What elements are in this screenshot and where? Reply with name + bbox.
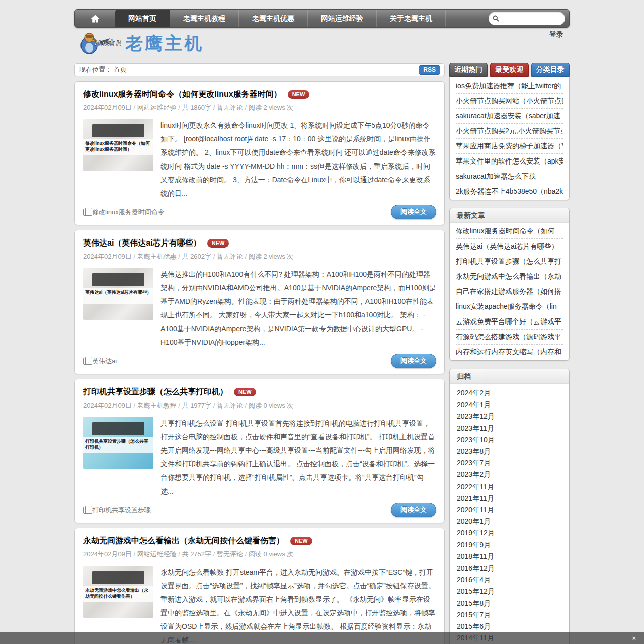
nav-tab-ops-experience[interactable]: 网站运维经验 — [308, 10, 377, 27]
article-excerpt: 英伟达推出的H100和A100有什么不同? 处理器架构：A100和H100是两种… — [160, 268, 436, 349]
archive-item[interactable]: 2021年11月 — [457, 493, 562, 504]
archive-item[interactable]: 2015年8月 — [457, 598, 562, 609]
read-more-button[interactable]: 阅读全文 — [391, 205, 436, 219]
archive-item[interactable]: 2024年2月 — [457, 387, 562, 399]
archive-item[interactable]: 2023年8月 — [457, 446, 562, 457]
close-icon[interactable]: × — [632, 634, 636, 642]
archive-item[interactable]: 2020年11月 — [457, 504, 562, 516]
latest-item[interactable]: 内存和运行内存英文缩写（内存和 — [456, 345, 563, 359]
article-title-link[interactable]: 修改linux服务器时间命令（如何更改linux服务器时间） — [83, 89, 282, 100]
archive-item[interactable]: 2023年10月 — [457, 434, 562, 446]
latest-item[interactable]: 修改linux服务器时间命令（如何 — [456, 224, 563, 239]
article-date: 2024年02月09日 — [83, 253, 137, 260]
latest-item[interactable]: 永劫无间游戏中怎么看输出（永劫 — [456, 269, 563, 284]
article-title-link[interactable]: 英伟达ai（英伟达ai芯片有哪些） — [83, 238, 201, 249]
archive-item[interactable]: 2016年12月 — [457, 562, 562, 574]
article-views: 阅读 2 views 次 — [249, 104, 294, 111]
article-wordcount: 共 2752字 — [182, 550, 217, 558]
hawk-mascot-logo[interactable]: Hawk Host — [78, 31, 121, 55]
archive-item[interactable]: 2019年12月 — [457, 527, 562, 539]
read-more-button[interactable]: 阅读全文 — [391, 354, 436, 368]
search-box[interactable] — [489, 12, 565, 25]
search-input[interactable] — [502, 15, 557, 22]
article-category-link[interactable]: 老鹰主机教程 — [137, 401, 182, 409]
archive-item[interactable]: 2023年2月 — [457, 469, 562, 480]
site-title[interactable]: 老鹰主机 — [125, 32, 204, 55]
archive-item[interactable]: 2015年12月 — [457, 586, 562, 597]
article-title-link[interactable]: 永劫无间游戏中怎么看输出（永劫无间按什么键看伤害） — [83, 536, 284, 546]
login-link[interactable]: 登录 — [549, 30, 564, 39]
tab-most-popular[interactable]: 最受欢迎 — [490, 63, 528, 77]
article-wordcount: 共 1977字 — [182, 401, 217, 409]
article-date: 2024年02月09日 — [83, 104, 137, 111]
article-comments-link[interactable]: 暂无评论 — [217, 253, 249, 260]
top-navbar: 网站首页 老鹰主机教程 老鹰主机优惠 网站运维经验 关于老鹰主机 — [74, 9, 570, 28]
tag-icon — [83, 209, 89, 216]
new-badge: NEW — [207, 239, 229, 248]
hot-item[interactable]: 苹果文件里的软件怎么安装（apk安 — [456, 154, 563, 169]
archive-item[interactable]: 2024年1月 — [457, 399, 562, 411]
breadcrumb-home-link[interactable]: 首页 — [114, 65, 127, 74]
hot-item[interactable]: 苹果应用商店免费的梯子加速器（苹 — [456, 139, 563, 154]
article-comments-link[interactable]: 暂无评论 — [217, 550, 249, 558]
thumbnail-caption: 打印机共享设置步骤（怎么共享打印机） — [83, 437, 153, 453]
nav-tab-about[interactable]: 关于老鹰主机 — [377, 10, 446, 27]
article-category-link[interactable]: 网站运维经验 — [137, 104, 182, 111]
article-card: 打印机共享设置步骤（怎么共享打印机） NEW 2024年02月09日老鹰主机教程… — [74, 379, 445, 523]
archive-item[interactable]: 2023年7月 — [457, 457, 562, 469]
article-thumbnail[interactable]: 修改linux服务器时间命令（如何更改linux服务器时间） — [83, 119, 153, 171]
latest-item[interactable]: linux安装apache服务器命令（lin — [456, 299, 563, 314]
archives-box: 归档 2024年2月 2024年1月 2023年12月 2023年11月 202… — [449, 369, 570, 644]
hot-item[interactable]: 2k服务器连不上4b538e50（nba2k — [456, 184, 563, 199]
archive-item[interactable]: 2023年12月 — [457, 411, 562, 422]
hot-item[interactable]: 小火箭节点购买网站（小火箭节点购 — [456, 94, 563, 109]
read-more-button[interactable]: 阅读全文 — [391, 503, 436, 517]
archive-item[interactable]: 2023年11月 — [457, 423, 562, 434]
archive-item[interactable]: 2015年7月 — [457, 609, 562, 621]
latest-item[interactable]: 云游戏免费平台哪个好（云游戏平 — [456, 314, 563, 330]
nav-home-tab[interactable] — [75, 10, 115, 27]
latest-item[interactable]: 英伟达ai（英伟达ai芯片有哪些） — [456, 239, 563, 254]
hot-item[interactable]: 小火箭节点购买2元,小火箭购买节点 — [456, 124, 563, 139]
brand-text: Hawk Host — [95, 38, 121, 47]
tab-recent-hot[interactable]: 近期热门 — [449, 63, 488, 77]
article-tag-link[interactable]: 英伟达ai — [83, 357, 117, 366]
article-views: 阅读 0 views 次 — [249, 401, 294, 409]
article-card: 永劫无间游戏中怎么看输出（永劫无间按什么键看伤害） NEW 2024年02月09… — [74, 528, 445, 644]
article-thumbnail[interactable]: 打印机共享设置步骤（怎么共享打印机） — [83, 417, 153, 469]
thumbnail-caption: 英伟达ai（英伟达ai芯片有哪些） — [83, 288, 153, 304]
hot-item[interactable]: sakuracat加速器安装（saber加速 — [456, 109, 563, 124]
article-comments-link[interactable]: 暂无评论 — [217, 401, 249, 409]
article-tag-link[interactable]: 修改linux服务器时间命令 — [83, 208, 165, 217]
article-title-link[interactable]: 打印机共享设置步骤（怎么共享打印机） — [83, 387, 228, 397]
article-category-link[interactable]: 网站运维经验 — [137, 550, 182, 558]
archive-item[interactable]: 2016年4月 — [457, 574, 562, 586]
archive-item[interactable]: 2020年1月 — [457, 516, 562, 527]
tab-categories[interactable]: 分类目录 — [531, 63, 570, 77]
bottom-notification-bar: × — [0, 632, 644, 644]
sidebar: 近期热门 最受欢迎 分类目录 ios免费加速器推荐（能上twitter的 小火箭… — [449, 63, 570, 644]
article-date: 2024年02月09日 — [83, 401, 137, 409]
nav-tab-deals[interactable]: 老鹰主机优惠 — [239, 10, 308, 27]
hot-item[interactable]: ios免费加速器推荐（能上twitter的 — [456, 78, 563, 94]
article-tag-link[interactable]: 打印机共享设置步骤 — [83, 506, 151, 515]
archive-item[interactable]: 2018年11月 — [457, 551, 562, 562]
latest-item[interactable]: 自己在家搭建游戏服务器（如何搭 — [456, 284, 563, 299]
article-category-link[interactable]: 老鹰主机优惠 — [137, 253, 182, 260]
hot-item[interactable]: sakuracat加速器怎么下载 — [456, 169, 563, 184]
archive-item[interactable]: 2022年11月 — [457, 481, 562, 493]
article-thumbnail[interactable]: 永劫无间游戏中怎么看输出（永劫无间按什么键看伤害） — [83, 566, 153, 618]
latest-item[interactable]: 打印机共享设置步骤（怎么共享打 — [456, 254, 563, 269]
site-header: Hawk Host 老鹰主机 — [78, 31, 204, 55]
archive-item[interactable]: 2019年9月 — [457, 539, 562, 551]
archive-item[interactable]: 2015年6月 — [457, 621, 562, 632]
article-comments-link[interactable]: 暂无评论 — [217, 104, 249, 111]
latest-item[interactable]: 有源码怎么搭建游戏（源码游戏平 — [456, 330, 563, 345]
nav-tab-site-home[interactable]: 网站首页 — [115, 10, 170, 27]
rss-button[interactable]: RSS — [419, 65, 440, 75]
nav-tab-tutorials[interactable]: 老鹰主机教程 — [170, 10, 239, 27]
article-excerpt: linux时间更改永久有效命令linux时间更改 1、将系统时间设定成下午5点1… — [160, 119, 436, 200]
article-thumbnail[interactable]: 英伟达ai（英伟达ai芯片有哪些） — [83, 268, 153, 320]
tag-icon — [83, 358, 89, 365]
archives-title: 归档 — [450, 369, 569, 384]
